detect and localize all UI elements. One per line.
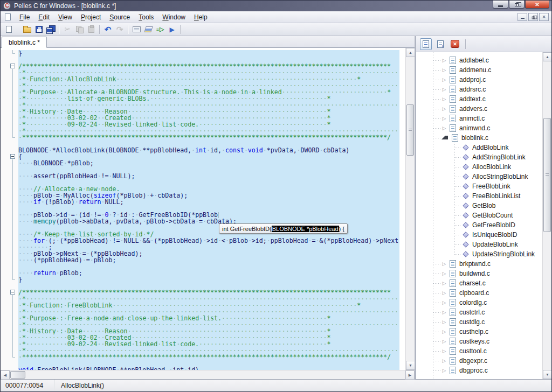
tree-function-item[interactable]: IsUniqueBlobID (416, 230, 551, 240)
menu-edit[interactable]: Edit (34, 12, 54, 23)
tree-scroll-down-arrow[interactable]: ▼ (543, 370, 551, 379)
tree-vertical-scrollbar[interactable]: ▲ ▼ (542, 52, 551, 379)
code-line[interactable] (1, 263, 399, 270)
menu-project[interactable]: Project (77, 12, 105, 23)
code-line[interactable]: ····pBlob->pNext·=·(*ppBlobHead); (1, 250, 399, 257)
source-files-view-button[interactable] (420, 38, 432, 50)
tree-function-item[interactable]: AllocBlobLink (416, 162, 551, 172)
tree-function-item[interactable]: GetBlobCount (416, 211, 551, 220)
code-line[interactable]: ·*···········03-02-02··Created··········… (1, 115, 399, 121)
code-line[interactable]: } (1, 276, 399, 283)
expand-arrow-icon[interactable] (441, 348, 447, 354)
editor-vertical-scrollbar[interactable]: ▲ ▼ (405, 48, 415, 370)
compile-button[interactable] (130, 24, 142, 35)
code-line[interactable]: ·*······································… (1, 102, 399, 108)
menu-window[interactable]: Window (158, 12, 190, 23)
tree-file-item[interactable]: custctrl.c (416, 307, 551, 317)
tree-file-item[interactable]: charset.c (416, 278, 551, 288)
tree-function-item[interactable]: UpdateStringBlobLink (416, 249, 551, 259)
menu-file[interactable]: File (15, 12, 34, 23)
tree-file-item[interactable]: custkeys.c (416, 337, 551, 346)
mdi-close-button[interactable]: ✕ (539, 13, 549, 21)
code-line[interactable]: ·*·History·:·Date······Reason···········… (1, 328, 399, 334)
code-line[interactable]: ·*······································… (1, 296, 399, 302)
tree-function-item[interactable]: GetFreeBlobID (416, 220, 551, 230)
code-line[interactable] (1, 166, 399, 173)
document-icon[interactable] (5, 13, 11, 20)
tree-function-item[interactable]: GetBlob (416, 201, 551, 211)
code-line[interactable]: ·*···········03-02-02··Created··········… (1, 334, 399, 341)
open-file-button[interactable] (21, 24, 33, 35)
code-line[interactable]: ····(*ppBlobHead)·=·pBlob; (1, 257, 399, 263)
tree-file-item[interactable]: custtool.c (416, 346, 551, 356)
editor-hscroll-thumb[interactable] (10, 371, 25, 379)
tree-file-item[interactable]: addvers.c (416, 104, 551, 114)
expand-arrow-icon[interactable] (441, 368, 447, 373)
fold-margin[interactable] (1, 289, 18, 296)
tree-function-item[interactable]: AddStringBlobLink (416, 152, 551, 162)
expand-arrow-icon[interactable] (441, 58, 447, 63)
fold-margin[interactable] (1, 63, 18, 69)
tree-file-item[interactable]: brkptwnd.c (416, 259, 551, 269)
expand-arrow-icon[interactable] (441, 77, 447, 82)
code-editor[interactable]: }/**************************************… (1, 48, 415, 370)
tree-file-item[interactable]: dbgexpr.c (416, 356, 551, 366)
editor-scroll-thumb[interactable] (406, 104, 414, 156)
undo-button[interactable]: ↶ (102, 24, 114, 35)
tree-function-item[interactable]: FreeBlobLinkList (416, 191, 551, 201)
expand-arrow-icon[interactable] (441, 271, 447, 276)
code-line[interactable]: ·*······································… (1, 128, 399, 134)
tree-file-item[interactable]: animwnd.c (416, 123, 551, 133)
tab-bloblink[interactable]: bloblink.c * (2, 37, 47, 48)
expand-arrow-icon[interactable] (441, 329, 447, 334)
expand-arrow-icon[interactable] (441, 125, 447, 131)
code-line[interactable]: ····pBlob->id·=·(id·!=·0·?·id·:·GetFreeB… (1, 212, 399, 218)
menu-help[interactable]: Help (190, 12, 212, 23)
code-line[interactable] (1, 205, 399, 212)
code-line[interactable]: ····if·(!pBlob)·return·NULL; (1, 199, 399, 205)
debug-button[interactable]: ▶ (166, 24, 178, 35)
code-line[interactable]: ····return·pBlob; (1, 270, 399, 276)
tree-file-item[interactable]: bloblink.c (416, 133, 551, 143)
tree-function-item[interactable]: UpdateBlobLink (416, 240, 551, 249)
tree-file-item[interactable]: addrsrc.c (416, 85, 551, 94)
code-line[interactable]: ·*·History·:·Date······Reason···········… (1, 108, 399, 115)
code-line[interactable]: ·***************************************… (1, 134, 399, 141)
expand-arrow-icon[interactable] (441, 67, 447, 73)
tree-function-item[interactable]: AllocStringBlobLink (416, 172, 551, 181)
expand-arrow-icon[interactable] (441, 358, 447, 363)
minimize-button[interactable] (493, 1, 508, 9)
tree-file-item[interactable]: addmenu.c (416, 65, 551, 75)
execute-button[interactable] (154, 24, 166, 35)
code-line[interactable]: ····for·(;·(*ppBlobHead)·!=·NULL·&&·(*pp… (1, 237, 399, 244)
code-line[interactable]: ·*······································… (1, 321, 399, 328)
expand-arrow-icon[interactable] (441, 310, 447, 315)
code-line[interactable]: ·*······································… (1, 82, 399, 89)
expand-arrow-icon[interactable] (441, 106, 447, 111)
code-line[interactable]: ·*·Purpose·:·Allocate·a·BLOBNODE·structu… (1, 89, 399, 95)
expand-arrow-icon[interactable] (441, 339, 447, 344)
tree-file-item[interactable]: custhelp.c (416, 327, 551, 337)
code-line[interactable]: ·*······································… (1, 347, 399, 354)
expand-arrow-icon[interactable] (441, 290, 447, 296)
tree-file-item[interactable]: custdlg.c (416, 317, 551, 327)
code-line[interactable] (1, 360, 399, 367)
code-line[interactable] (1, 179, 399, 186)
tree-file-item[interactable]: dbgproc.c (416, 366, 551, 375)
scroll-right-arrow[interactable]: ▶ (405, 370, 415, 380)
code-line[interactable]: ·*······································… (1, 69, 399, 76)
code-line[interactable]: ········; (1, 244, 399, 250)
mdi-restore-button[interactable] (528, 13, 538, 21)
tree-file-item[interactable]: buildwnd.c (416, 269, 551, 278)
code-line[interactable]: ·*······································… (1, 309, 399, 315)
remove-file-button[interactable]: ✕ (449, 38, 461, 50)
restore-button[interactable] (509, 1, 525, 9)
code-line[interactable]: ·*·Function:·AllocBlobLink··············… (1, 76, 399, 82)
code-line[interactable]: ····BLOBNODE·*pBlob; (1, 160, 399, 166)
scroll-left-arrow[interactable]: ◀ (1, 370, 10, 380)
code-line[interactable]: ····pBlob·=·MyAlloc(sizeof(*pBlob)·+·cbD… (1, 192, 399, 199)
code-line[interactable]: ·*·Purpose·:·Free·a·node·and·close·up·th… (1, 315, 399, 321)
new-document-button[interactable] (3, 24, 15, 35)
code-line[interactable]: ·***************************************… (1, 354, 399, 360)
expand-arrow-icon[interactable] (441, 300, 447, 305)
